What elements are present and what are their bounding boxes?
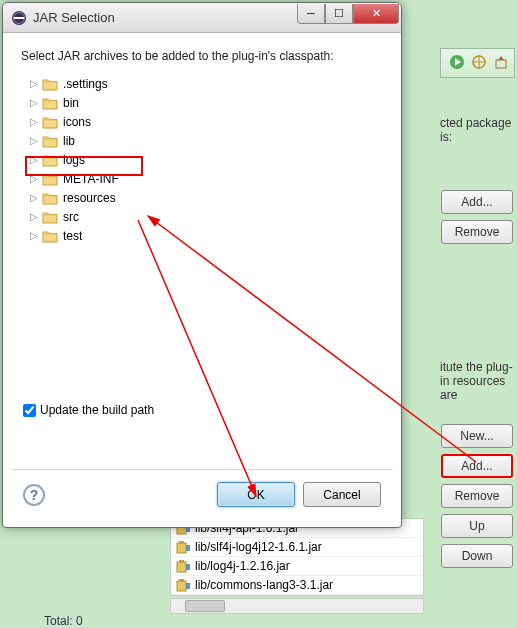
folder-icon [42, 172, 58, 186]
dialog-footer: ? OK Cancel [11, 469, 393, 519]
close-button[interactable]: ✕ [353, 4, 399, 24]
tree-item-label: src [60, 209, 82, 225]
svg-rect-13 [177, 562, 186, 572]
dialog-title: JAR Selection [33, 10, 297, 25]
run-icon[interactable] [449, 54, 465, 73]
minimize-button[interactable]: ─ [297, 4, 325, 24]
svg-marker-6 [498, 56, 504, 60]
svg-rect-21 [14, 17, 24, 19]
folder-icon [42, 210, 58, 224]
update-build-path-checkbox[interactable] [23, 404, 36, 417]
folder-tree[interactable]: ▷.settings▷bin▷icons▷lib▷logs▷META-INF▷r… [23, 73, 381, 385]
bg-text-selected-package: cted package is: [440, 116, 517, 144]
tree-item-lib[interactable]: ▷lib [24, 131, 380, 150]
folder-icon [42, 115, 58, 129]
help-icon[interactable]: ? [23, 484, 45, 506]
tree-item-label: resources [60, 190, 119, 206]
jar-selection-dialog: JAR Selection ─ ☐ ✕ Select JAR archives … [2, 2, 402, 528]
folder-icon [42, 229, 58, 243]
maximize-button[interactable]: ☐ [325, 4, 353, 24]
bg-add-button-2[interactable]: Add... [441, 454, 513, 478]
tree-item-test[interactable]: ▷test [24, 226, 380, 245]
svg-rect-15 [186, 564, 190, 570]
tree-item-settings[interactable]: ▷.settings [24, 74, 380, 93]
tree-item-bin[interactable]: ▷bin [24, 93, 380, 112]
expand-icon[interactable]: ▷ [30, 193, 40, 203]
expand-icon[interactable]: ▷ [30, 231, 40, 241]
cancel-button[interactable]: Cancel [303, 482, 381, 507]
folder-icon [42, 77, 58, 91]
jar-list-item[interactable]: lib/log4j-1.2.16.jar [171, 557, 423, 576]
svg-rect-16 [177, 581, 186, 591]
tree-item-label: META-INF [60, 171, 122, 187]
jar-path: lib/commons-lang3-3.1.jar [195, 578, 333, 592]
svg-rect-11 [179, 541, 184, 544]
jar-icon [175, 578, 191, 592]
tree-item-resources[interactable]: ▷resources [24, 188, 380, 207]
classpath-jar-list: lib/slf4j-api-1.6.1.jarlib/slf4j-log4j12… [170, 518, 424, 596]
tree-item-label: logs [60, 152, 88, 168]
bg-up-button[interactable]: Up [441, 514, 513, 538]
window-buttons: ─ ☐ ✕ [297, 4, 399, 24]
ok-button[interactable]: OK [217, 482, 295, 507]
tree-item-label: lib [60, 133, 78, 149]
debug-icon[interactable] [471, 54, 487, 73]
horizontal-scrollbar[interactable] [170, 598, 424, 614]
jar-list-item[interactable]: lib/commons-lang3-3.1.jar [171, 576, 423, 595]
bg-button-column-1: Add... Remove [441, 190, 513, 244]
svg-rect-12 [186, 545, 190, 551]
bg-down-button[interactable]: Down [441, 544, 513, 568]
folder-icon [42, 134, 58, 148]
svg-rect-18 [186, 583, 190, 589]
tree-item-icons[interactable]: ▷icons [24, 112, 380, 131]
tree-item-src[interactable]: ▷src [24, 207, 380, 226]
tree-item-label: .settings [60, 76, 111, 92]
expand-icon[interactable]: ▷ [30, 155, 40, 165]
expand-icon[interactable]: ▷ [30, 98, 40, 108]
jar-icon [175, 559, 191, 573]
editor-toolbar [440, 48, 515, 78]
expand-icon[interactable]: ▷ [30, 136, 40, 146]
update-build-path-label: Update the build path [40, 403, 154, 417]
export-icon[interactable] [493, 54, 509, 73]
bg-remove-button-2[interactable]: Remove [441, 484, 513, 508]
tree-item-label: bin [60, 95, 82, 111]
dialog-instruction: Select JAR archives to be added to the p… [11, 41, 393, 73]
tree-item-META-INF[interactable]: ▷META-INF [24, 169, 380, 188]
folder-icon [42, 153, 58, 167]
jar-list-item[interactable]: lib/slf4j-log4j12-1.6.1.jar [171, 538, 423, 557]
jar-icon [175, 540, 191, 554]
expand-icon[interactable]: ▷ [30, 79, 40, 89]
total-label: Total: 0 [44, 614, 83, 628]
bg-remove-button-1[interactable]: Remove [441, 220, 513, 244]
dialog-body: Select JAR archives to be added to the p… [11, 41, 393, 519]
tree-item-logs[interactable]: ▷logs [24, 150, 380, 169]
expand-icon[interactable]: ▷ [30, 117, 40, 127]
update-build-path-row: Update the build path [23, 403, 154, 417]
bg-button-column-2: New... Add... Remove Up Down [441, 424, 513, 568]
dialog-titlebar[interactable]: JAR Selection ─ ☐ ✕ [3, 3, 401, 33]
expand-icon[interactable]: ▷ [30, 174, 40, 184]
bg-new-button[interactable]: New... [441, 424, 513, 448]
eclipse-icon [11, 10, 27, 26]
jar-path: lib/log4j-1.2.16.jar [195, 559, 290, 573]
svg-rect-17 [179, 579, 184, 582]
bg-add-button-1[interactable]: Add... [441, 190, 513, 214]
svg-rect-10 [177, 543, 186, 553]
jar-path: lib/slf4j-log4j12-1.6.1.jar [195, 540, 322, 554]
expand-icon[interactable]: ▷ [30, 212, 40, 222]
svg-rect-14 [179, 560, 184, 563]
folder-icon [42, 96, 58, 110]
svg-rect-5 [496, 60, 506, 68]
tree-item-label: icons [60, 114, 94, 130]
folder-icon [42, 191, 58, 205]
scrollbar-thumb[interactable] [185, 600, 225, 612]
tree-item-label: test [60, 228, 85, 244]
bg-text-plugin-resources: itute the plug-in resources are [440, 360, 515, 402]
